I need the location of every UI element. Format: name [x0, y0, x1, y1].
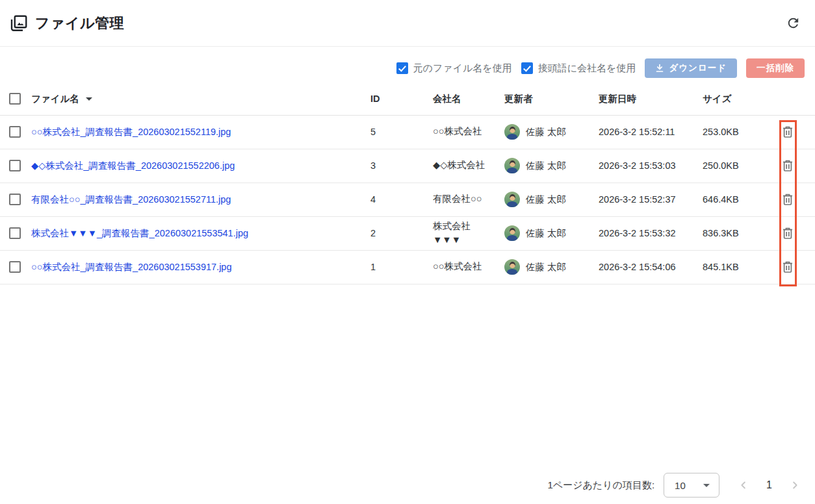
use-company-prefix-option[interactable]: 接頭語に会社名を使用	[521, 62, 636, 75]
column-header-updater: 更新者	[498, 83, 592, 115]
select-all-checkbox[interactable]	[9, 93, 21, 105]
pagination-bar: 1ページあたりの項目数: 10 1	[547, 473, 815, 498]
chevron-right-icon	[789, 479, 801, 491]
file-table: ファイル名 ID 会社名 更新者 更新日時 サイズ ○○株式会社_調査報告書_2…	[0, 83, 815, 284]
table-row: ○○株式会社_調査報告書_202603021552119.jpg 5 ○○株式会…	[0, 115, 815, 149]
avatar	[504, 158, 520, 173]
file-id: 1	[364, 250, 426, 284]
bulk-delete-button[interactable]: 一括削除	[746, 58, 805, 78]
file-id: 4	[364, 183, 426, 216]
updated-at: 2026-3-2 15:52:37	[592, 183, 696, 216]
updater-name: 佐藤 太郎	[526, 227, 566, 240]
column-header-id: ID	[364, 83, 426, 115]
file-link[interactable]: ○○株式会社_調査報告書_202603021552119.jpg	[31, 126, 231, 138]
refresh-button[interactable]	[783, 13, 803, 34]
page-header: ファイル管理	[0, 0, 815, 47]
file-size: 250.0KB	[696, 149, 774, 183]
row-checkbox[interactable]	[9, 261, 21, 273]
company-name: ○○株式会社	[426, 250, 498, 284]
avatar	[504, 192, 520, 207]
row-checkbox[interactable]	[9, 160, 21, 171]
trash-icon	[782, 193, 794, 206]
file-id: 2	[364, 216, 426, 250]
delete-row-button[interactable]	[782, 193, 794, 206]
file-size: 836.3KB	[696, 216, 774, 250]
avatar	[504, 124, 520, 140]
refresh-icon	[786, 16, 801, 31]
caret-down-icon	[703, 484, 710, 487]
delete-row-button[interactable]	[782, 260, 794, 273]
row-checkbox[interactable]	[9, 126, 21, 138]
items-per-page-select[interactable]: 10	[664, 473, 719, 498]
photo-library-icon	[9, 14, 29, 33]
avatar	[504, 225, 520, 241]
avatar	[504, 259, 520, 275]
table-row: 有限会社○○_調査報告書_202603021552711.jpg 4 有限会社○…	[0, 183, 815, 216]
next-page-button[interactable]	[789, 479, 801, 491]
sort-caret-icon	[86, 97, 92, 101]
updated-at: 2026-3-2 15:52:11	[592, 115, 696, 149]
download-icon	[655, 64, 664, 73]
updated-at: 2026-3-2 15:53:32	[592, 216, 696, 250]
file-link[interactable]: 有限会社○○_調査報告書_202603021552711.jpg	[31, 194, 231, 206]
delete-row-button[interactable]	[782, 227, 794, 240]
table-row: 株式会社▼▼▼_調査報告書_202603021553541.jpg 2 株式会社…	[0, 216, 815, 250]
table-header-row: ファイル名 ID 会社名 更新者 更新日時 サイズ	[0, 83, 815, 115]
chevron-left-icon	[738, 479, 749, 491]
file-size: 845.1KB	[696, 250, 774, 284]
file-link[interactable]: 株式会社▼▼▼_調査報告書_202603021553541.jpg	[31, 227, 248, 240]
updater-name: 佐藤 太郎	[526, 261, 566, 273]
trash-icon	[782, 125, 794, 138]
updater-name: 佐藤 太郎	[526, 160, 566, 172]
file-id: 5	[364, 115, 426, 149]
updater-name: 佐藤 太郎	[526, 126, 566, 138]
items-per-page-value: 10	[675, 480, 686, 491]
table-row: ○○株式会社_調査報告書_202603021553917.jpg 1 ○○株式会…	[0, 250, 815, 284]
file-size: 253.0KB	[696, 115, 774, 149]
use-original-filename-label: 元のファイル名を使用	[413, 62, 512, 75]
file-link[interactable]: ○○株式会社_調査報告書_202603021553917.jpg	[31, 261, 232, 273]
use-original-filename-option[interactable]: 元のファイル名を使用	[396, 62, 512, 75]
updated-at: 2026-3-2 15:54:06	[592, 250, 696, 284]
delete-row-button[interactable]	[782, 159, 794, 172]
file-link[interactable]: ◆◇株式会社_調査報告書_202603021552206.jpg	[31, 160, 235, 172]
page-nav: 1	[738, 479, 801, 491]
file-management-page: ファイル管理 元のファイル名を使用 接頭語に会社名を使用	[0, 0, 815, 504]
use-original-filename-checkbox[interactable]	[396, 62, 408, 74]
bulk-delete-button-label: 一括削除	[757, 62, 794, 74]
use-company-prefix-checkbox[interactable]	[521, 62, 533, 74]
current-page-number: 1	[766, 479, 772, 491]
download-button[interactable]: ダウンロード	[645, 58, 737, 78]
delete-row-button[interactable]	[782, 125, 794, 138]
column-header-filename[interactable]: ファイル名	[31, 93, 92, 105]
column-header-company: 会社名	[426, 83, 498, 115]
updated-at: 2026-3-2 15:53:03	[592, 149, 696, 183]
column-header-updated-at: 更新日時	[592, 83, 696, 115]
company-name: 株式会社 ▼▼▼	[426, 216, 498, 250]
company-name: 有限会社○○	[426, 183, 498, 216]
use-company-prefix-label: 接頭語に会社名を使用	[538, 62, 636, 75]
trash-icon	[782, 159, 794, 172]
download-button-label: ダウンロード	[669, 62, 727, 74]
column-header-size: サイズ	[696, 83, 774, 115]
file-id: 3	[364, 149, 426, 183]
page-title: ファイル管理	[35, 14, 124, 33]
company-name: ○○株式会社	[426, 115, 498, 149]
trash-icon	[782, 260, 794, 273]
company-name: ◆◇株式会社	[426, 149, 498, 183]
previous-page-button[interactable]	[738, 479, 749, 491]
trash-icon	[782, 227, 794, 240]
row-checkbox[interactable]	[9, 194, 21, 205]
table-row: ◆◇株式会社_調査報告書_202603021552206.jpg 3 ◆◇株式会…	[0, 149, 815, 183]
toolbar: 元のファイル名を使用 接頭語に会社名を使用 ダウンロード 一括削除	[0, 47, 815, 83]
row-checkbox[interactable]	[9, 227, 21, 239]
updater-name: 佐藤 太郎	[526, 194, 566, 206]
items-per-page-label: 1ページあたりの項目数:	[547, 479, 654, 492]
file-size: 646.4KB	[696, 183, 774, 216]
column-header-actions	[774, 83, 815, 115]
